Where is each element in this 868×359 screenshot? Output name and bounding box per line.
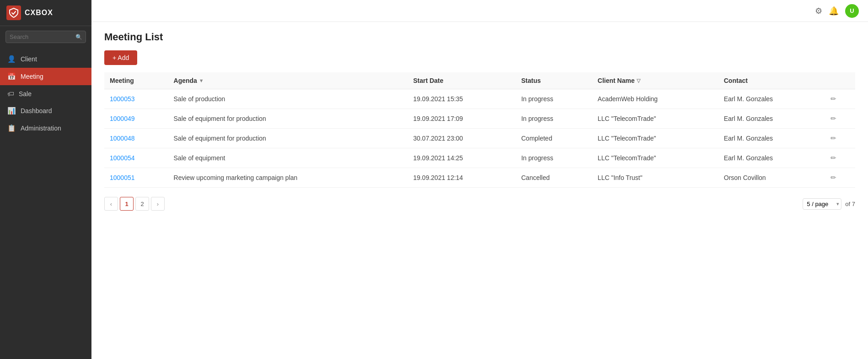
edit-button-2[interactable]: ✏	[830, 134, 836, 142]
sidebar-item-label: Meeting	[21, 73, 43, 80]
meeting-link-2[interactable]: 1000048	[110, 135, 135, 142]
per-page-select[interactable]: 5 / page10 / page20 / page	[803, 198, 841, 210]
cell-edit-4: ✏	[825, 168, 855, 188]
edit-button-1[interactable]: ✏	[830, 114, 836, 122]
cell-client-name-0: AcademWeb Holding	[592, 89, 718, 109]
settings-icon[interactable]: ⚙	[815, 6, 822, 16]
sidebar-nav: 👤Client📅Meeting🏷Sale📊Dashboard📋Administr…	[0, 48, 91, 359]
dashboard-nav-icon: 📊	[7, 107, 16, 115]
topbar-icons: ⚙ 🔔 U	[815, 4, 859, 18]
sidebar-search-area: 🔍	[0, 26, 91, 48]
cell-contact-1: Earl M. Gonzales	[718, 109, 825, 129]
col-client-name: Client Name ▽	[592, 72, 718, 89]
cell-status-1: In progress	[516, 109, 592, 129]
table-row: 1000049 Sale of equipment for production…	[104, 109, 855, 129]
meeting-link-0[interactable]: 1000053	[110, 95, 135, 103]
page-buttons: ‹ 1 2 ›	[104, 197, 165, 211]
cell-contact-3: Earl M. Gonzales	[718, 148, 825, 168]
cell-contact-4: Orson Covillon	[718, 168, 825, 188]
administration-nav-icon: 📋	[7, 124, 16, 132]
edit-button-3[interactable]: ✏	[830, 154, 836, 162]
total-pages-label: of 7	[845, 201, 855, 207]
svg-rect-0	[6, 5, 21, 20]
cell-start-date-4: 19.09.2021 12:14	[407, 168, 515, 188]
table-row: 1000048 Sale of equipment for production…	[104, 129, 855, 148]
client-nav-icon: 👤	[7, 55, 16, 63]
col-agenda: Agenda ▼	[168, 72, 408, 89]
cell-meeting-4: 1000051	[104, 168, 168, 188]
cell-status-2: Completed	[516, 129, 592, 148]
pagination: ‹ 1 2 › 5 / page10 / page20 / page of 7	[104, 197, 855, 211]
meeting-link-4[interactable]: 1000051	[110, 174, 135, 181]
cell-agenda-1: Sale of equipment for production	[168, 109, 408, 129]
toolbar: + Add	[104, 50, 855, 65]
cell-status-4: Cancelled	[516, 168, 592, 188]
cell-agenda-2: Sale of equipment for production	[168, 129, 408, 148]
col-meeting: Meeting	[104, 72, 168, 89]
notification-bell-icon[interactable]: 🔔	[829, 6, 839, 16]
col-contact: Contact	[718, 72, 825, 89]
sidebar-item-administration[interactable]: 📋Administration	[0, 120, 91, 137]
table-row: 1000054 Sale of equipment 19.09.2021 14:…	[104, 148, 855, 168]
cell-client-name-1: LLC "TelecomTrade"	[592, 109, 718, 129]
meeting-link-1[interactable]: 1000049	[110, 115, 135, 122]
agenda-sort-icon[interactable]: ▼	[199, 78, 204, 83]
sidebar: CXBOX 🔍 👤Client📅Meeting🏷Sale📊Dashboard📋A…	[0, 0, 91, 359]
user-avatar[interactable]: U	[845, 4, 859, 18]
page-1-button[interactable]: 1	[120, 197, 134, 211]
cell-meeting-3: 1000054	[104, 148, 168, 168]
page-title: Meeting List	[104, 31, 855, 43]
main-area: ⚙ 🔔 U Meeting List + Add Meeting	[91, 0, 868, 359]
cell-meeting-2: 1000048	[104, 129, 168, 148]
add-button-label: + Add	[113, 54, 129, 61]
cell-start-date-2: 30.07.2021 23:00	[407, 129, 515, 148]
app-name: CXBOX	[25, 9, 53, 17]
cell-edit-0: ✏	[825, 89, 855, 109]
add-button[interactable]: + Add	[104, 50, 137, 65]
edit-button-4[interactable]: ✏	[830, 174, 836, 181]
cell-contact-2: Earl M. Gonzales	[718, 129, 825, 148]
sale-nav-icon: 🏷	[7, 90, 14, 98]
logo-area: CXBOX	[0, 0, 91, 26]
cell-status-3: In progress	[516, 148, 592, 168]
table-row: 1000051 Review upcoming marketing campai…	[104, 168, 855, 188]
cell-agenda-4: Review upcoming marketing campaign plan	[168, 168, 408, 188]
cell-client-name-3: LLC "TelecomTrade"	[592, 148, 718, 168]
content-area: Meeting List + Add Meeting	[91, 22, 868, 359]
sidebar-item-label: Sale	[19, 90, 32, 98]
table-body: 1000053 Sale of production 19.09.2021 15…	[104, 89, 855, 188]
table-wrapper: Meeting Agenda ▼ Start Date	[104, 72, 855, 188]
cell-edit-2: ✏	[825, 129, 855, 148]
meeting-nav-icon: 📅	[7, 72, 16, 81]
cell-agenda-3: Sale of equipment	[168, 148, 408, 168]
per-page-area: 5 / page10 / page20 / page of 7	[803, 198, 855, 210]
prev-page-button[interactable]: ‹	[104, 197, 118, 211]
cell-start-date-3: 19.09.2021 14:25	[407, 148, 515, 168]
cell-meeting-0: 1000053	[104, 89, 168, 109]
app-logo-icon	[6, 5, 21, 20]
next-page-button[interactable]: ›	[151, 197, 165, 211]
col-start-date: Start Date	[407, 72, 515, 89]
col-actions	[825, 72, 855, 89]
cell-meeting-1: 1000049	[104, 109, 168, 129]
cell-status-0: In progress	[516, 89, 592, 109]
sidebar-item-sale[interactable]: 🏷Sale	[0, 85, 91, 102]
edit-button-0[interactable]: ✏	[830, 95, 836, 103]
user-initials: U	[850, 7, 854, 14]
page-2-button[interactable]: 2	[135, 197, 149, 211]
sidebar-item-label: Administration	[21, 125, 61, 132]
cell-start-date-0: 19.09.2021 15:35	[407, 89, 515, 109]
cell-start-date-1: 19.09.2021 17:09	[407, 109, 515, 129]
cell-contact-0: Earl M. Gonzales	[718, 89, 825, 109]
sidebar-item-client[interactable]: 👤Client	[0, 50, 91, 68]
meeting-link-3[interactable]: 1000054	[110, 154, 135, 162]
client-name-filter-icon[interactable]: ▽	[637, 78, 640, 84]
sidebar-item-label: Dashboard	[21, 107, 52, 114]
search-input[interactable]	[5, 31, 86, 43]
cell-client-name-2: LLC "TelecomTrade"	[592, 129, 718, 148]
sidebar-item-label: Client	[21, 55, 37, 63]
sidebar-item-dashboard[interactable]: 📊Dashboard	[0, 102, 91, 120]
cell-agenda-0: Sale of production	[168, 89, 408, 109]
search-icon: 🔍	[75, 34, 82, 40]
sidebar-item-meeting[interactable]: 📅Meeting	[0, 68, 91, 85]
